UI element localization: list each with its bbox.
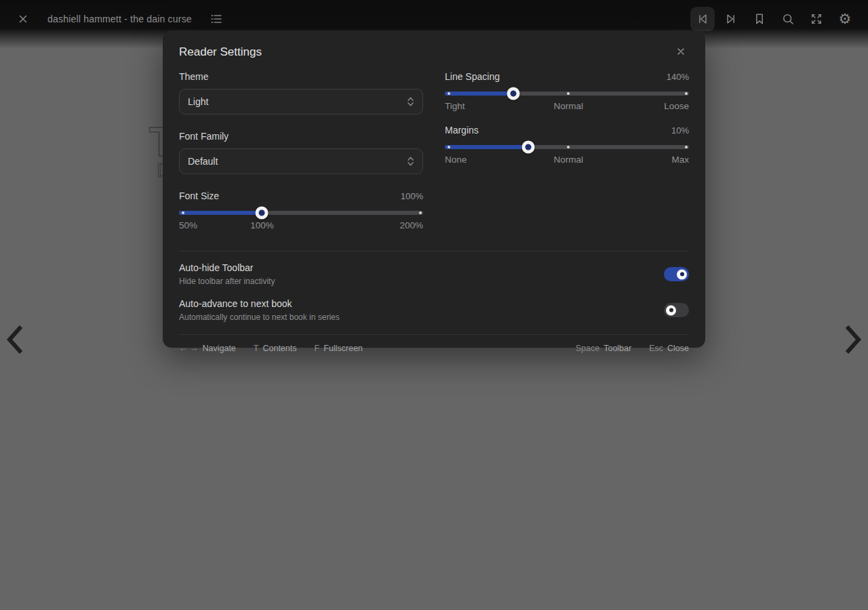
chevron-up-down-icon (407, 96, 414, 108)
auto-hide-toolbar-row: Auto-hide Toolbar Hide toolbar after ina… (179, 262, 689, 286)
slider-tick (567, 146, 570, 148)
shortcuts-footer: ← → Navigate T Contents F Fullscreen Spa… (179, 334, 689, 353)
line-spacing-max-label: Loose (664, 101, 689, 111)
f-key-label: F (315, 344, 320, 353)
line-spacing-label: Line Spacing (445, 71, 500, 82)
chevron-up-down-icon (407, 155, 414, 167)
slider-tick (685, 92, 688, 95)
book-title: dashiell hammett - the dain curse (47, 14, 192, 24)
modal-title: Reader Settings (179, 45, 262, 59)
font-family-select[interactable]: Default (179, 148, 423, 174)
skip-back-icon (696, 12, 709, 26)
line-spacing-value: 140% (667, 72, 689, 82)
settings-button[interactable]: ⚙ (833, 7, 857, 31)
fullscreen-hint: F Fullscreen (315, 344, 363, 353)
margins-control: Margins 10% None Normal Max (445, 125, 689, 166)
line-spacing-mid-label: Normal (553, 101, 583, 111)
font-size-slider-handle[interactable] (256, 207, 269, 220)
list-icon (210, 12, 223, 26)
chevron-right-icon (844, 324, 863, 355)
theme-select[interactable]: Light (179, 89, 423, 115)
auto-hide-toolbar-toggle[interactable] (664, 267, 689, 281)
esc-key-label: Esc (649, 344, 663, 353)
toolbar-label: Toolbar (604, 344, 631, 353)
line-spacing-slider-handle[interactable] (507, 87, 519, 100)
close-icon (17, 13, 29, 25)
margins-mid-label: Normal (553, 155, 583, 165)
margins-slider[interactable] (445, 145, 689, 149)
font-size-mid-label: 100% (250, 220, 274, 230)
arrow-keys-label: ← → (179, 344, 198, 353)
navigate-hint: ← → Navigate (179, 344, 236, 353)
auto-advance-label: Auto-advance to next book (179, 298, 340, 309)
close-reader-button[interactable] (11, 7, 35, 31)
slider-tick (685, 146, 688, 148)
search-icon (781, 12, 795, 26)
close-label: Close (667, 344, 689, 353)
bookmark-button[interactable] (747, 7, 772, 31)
theme-selected-value: Light (188, 96, 208, 107)
chevron-left-icon (5, 324, 24, 355)
auto-advance-description: Automatically continue to next book in s… (179, 312, 340, 322)
space-key-label: Space (576, 344, 599, 353)
reader-settings-modal: Reader Settings Theme Light Font Family … (163, 30, 705, 348)
line-spacing-slider[interactable] (445, 92, 689, 96)
font-size-max-label: 200% (399, 220, 423, 230)
fullscreen-icon (810, 12, 823, 26)
font-family-label: Font Family (179, 131, 423, 142)
slider-tick (567, 92, 570, 95)
search-button[interactable] (776, 7, 800, 31)
theme-label: Theme (179, 71, 423, 82)
skip-forward-icon (724, 12, 738, 26)
toolbar-hint: Space Toolbar (576, 344, 631, 353)
font-size-slider[interactable] (179, 211, 423, 215)
auto-advance-row: Auto-advance to next book Automatically … (179, 298, 689, 322)
toggle-knob (666, 305, 676, 315)
line-spacing-control: Line Spacing 140% Tight Normal Loose (445, 71, 689, 113)
gear-icon: ⚙ (839, 12, 852, 26)
close-icon (675, 46, 686, 59)
line-spacing-min-label: Tight (445, 101, 465, 111)
font-size-value: 100% (401, 191, 423, 201)
fullscreen-label: Fullscreen (323, 344, 363, 353)
auto-advance-toggle[interactable] (664, 303, 689, 317)
toggles-section: Auto-hide Toolbar Hide toolbar after ina… (179, 251, 689, 334)
next-page-button[interactable] (844, 324, 863, 355)
slider-fill (179, 211, 262, 215)
contents-button[interactable] (204, 7, 229, 31)
font-size-label: Font Size (179, 190, 219, 201)
modal-close-button[interactable] (673, 44, 689, 60)
contents-hint: T Contents (254, 344, 297, 353)
margins-min-label: None (445, 155, 467, 165)
font-size-control: Font Size 100% 50% 100% 200% (179, 190, 423, 232)
next-book-button[interactable] (719, 7, 743, 31)
previous-page-button[interactable] (5, 324, 24, 355)
margins-slider-handle[interactable] (522, 141, 535, 154)
toggle-knob (677, 269, 687, 279)
t-key-label: T (254, 344, 259, 353)
slider-fill (445, 92, 513, 96)
margins-value: 10% (671, 125, 689, 136)
slider-tick (419, 211, 422, 214)
fullscreen-button[interactable] (804, 7, 829, 31)
bookmark-icon (753, 12, 766, 26)
font-size-min-label: 50% (179, 220, 197, 230)
contents-label: Contents (262, 344, 296, 353)
auto-hide-toolbar-description: Hide toolbar after inactivity (179, 277, 275, 286)
font-family-selected-value: Default (188, 156, 218, 167)
navigate-label: Navigate (202, 344, 235, 353)
previous-book-button[interactable] (690, 7, 715, 31)
close-hint: Esc Close (649, 344, 689, 353)
auto-hide-toolbar-label: Auto-hide Toolbar (179, 262, 275, 273)
margins-label: Margins (445, 125, 479, 136)
margins-max-label: Max (671, 155, 689, 165)
slider-fill (445, 145, 528, 149)
